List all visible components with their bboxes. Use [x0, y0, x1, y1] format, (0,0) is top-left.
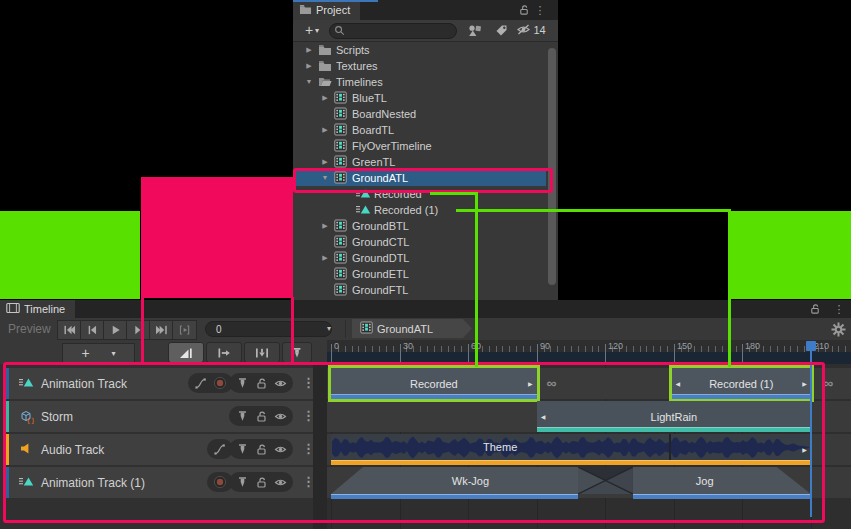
- foldout-arrow-icon[interactable]: ▶: [304, 62, 314, 70]
- kebab-menu-icon[interactable]: ⋮: [533, 3, 547, 17]
- clip-theme[interactable]: Theme▶: [331, 434, 811, 465]
- time-ruler[interactable]: 0306090120150180210: [327, 340, 851, 364]
- pin-toggle[interactable]: [235, 442, 249, 456]
- project-scrollbar[interactable]: [548, 48, 556, 285]
- clip-crossfade[interactable]: [578, 467, 633, 494]
- tab-timeline[interactable]: Timeline: [0, 300, 75, 318]
- hidden-count-toggle[interactable]: 14: [513, 22, 549, 38]
- playhead-handle[interactable]: [806, 341, 816, 351]
- clip-right-arrow-icon[interactable]: ▶: [528, 380, 533, 387]
- preview-toggle[interactable]: Preview: [8, 322, 51, 336]
- clip-label: LightRain: [651, 411, 697, 423]
- eye-toggle[interactable]: [273, 475, 287, 489]
- eye-toggle[interactable]: [273, 376, 287, 390]
- pin-toggle[interactable]: [235, 475, 249, 489]
- tree-item-groundctl[interactable]: GroundCTL: [293, 234, 546, 250]
- track-header-storm[interactable]: {}Storm⋮: [5, 401, 313, 432]
- tree-item-label: BoardNested: [352, 108, 416, 120]
- lock-icon[interactable]: [517, 3, 531, 17]
- search-by-type-icon[interactable]: [465, 22, 485, 38]
- search-by-label-icon[interactable]: [491, 22, 511, 38]
- clip-right-arrow-icon[interactable]: ▶: [802, 380, 807, 387]
- go-to-beginning-button[interactable]: [57, 320, 82, 340]
- replace-mode-button[interactable]: [244, 342, 280, 363]
- breadcrumb[interactable]: GroundATL: [352, 319, 472, 338]
- tree-item-flyovertimeline[interactable]: FlyOverTimeline: [293, 138, 546, 154]
- hold-infinity-icon: ∞: [818, 375, 838, 391]
- foldout-arrow-icon[interactable]: ▼: [304, 78, 314, 85]
- foldout-arrow-icon[interactable]: ▶: [320, 126, 330, 134]
- create-add-button[interactable]: + ▾: [299, 22, 325, 38]
- pin-toggle[interactable]: [235, 409, 249, 423]
- tree-item-grounddtl[interactable]: ▶GroundDTL: [293, 250, 546, 266]
- folder-icon: [318, 43, 332, 57]
- track-header-animation-track-1[interactable]: Animation Track (1)⋮: [5, 467, 313, 498]
- settings-gear-icon[interactable]: [831, 322, 846, 337]
- go-to-end-button[interactable]: [149, 320, 174, 340]
- foldout-arrow-icon[interactable]: ▶: [304, 46, 314, 54]
- record-button[interactable]: [213, 475, 227, 489]
- lock-toggle[interactable]: [254, 442, 268, 456]
- tree-item-groundbtl[interactable]: ▶GroundBTL: [293, 218, 546, 234]
- clip-lightrain[interactable]: LightRain◀: [537, 401, 811, 432]
- marker-toggle-button[interactable]: [282, 342, 312, 363]
- curves-toggle[interactable]: [194, 376, 208, 390]
- clip-left-arrow-icon[interactable]: ◀: [676, 380, 681, 387]
- lock-icon[interactable]: [808, 302, 822, 316]
- record-button[interactable]: [213, 376, 227, 390]
- kebab-menu-icon[interactable]: ⋮: [832, 302, 846, 316]
- tree-item-boardnested[interactable]: BoardNested: [293, 106, 546, 122]
- project-toolbar: + ▾ 14: [293, 20, 558, 42]
- folder-icon: [318, 59, 332, 73]
- tree-item-greentl[interactable]: ▶GreenTL: [293, 154, 546, 170]
- tree-item-textures[interactable]: ▶Textures: [293, 58, 546, 74]
- clip-recorded-1[interactable]: Recorded (1)◀▶: [672, 368, 811, 399]
- tree-item-bluetl[interactable]: ▶BlueTL: [293, 90, 546, 106]
- tree-item-label: Timelines: [336, 76, 383, 88]
- next-frame-button[interactable]: [126, 320, 151, 340]
- tree-item-groundetl[interactable]: GroundETL: [293, 266, 546, 282]
- tree-item-recorded[interactable]: Recorded: [293, 186, 546, 202]
- tab-project[interactable]: Project: [293, 0, 360, 20]
- track-header-animation-track[interactable]: Animation Track⋮: [5, 368, 313, 399]
- foldout-arrow-icon[interactable]: ▶: [320, 158, 330, 166]
- frame-dropdown-icon[interactable]: ▾: [327, 324, 331, 333]
- tree-item-boardtl[interactable]: ▶BoardTL: [293, 122, 546, 138]
- mix-mode-button[interactable]: [168, 342, 204, 363]
- lock-toggle[interactable]: [254, 409, 268, 423]
- tree-item-timelines[interactable]: ▼Timelines: [293, 74, 546, 90]
- foldout-arrow-icon[interactable]: ▶: [320, 222, 330, 230]
- pin-toggle[interactable]: [235, 376, 249, 390]
- project-tab-bar: Project ⋮: [293, 0, 558, 20]
- plus-icon: +: [305, 22, 313, 38]
- tree-item-groundftl[interactable]: GroundFTL: [293, 282, 546, 298]
- tree-item-groundatl[interactable]: ▼GroundATL: [293, 170, 546, 186]
- callout-pink-connector-right: [291, 297, 294, 363]
- curves-toggle[interactable]: [213, 442, 227, 456]
- foldout-arrow-icon[interactable]: ▼: [320, 174, 330, 181]
- track-header-audio-track[interactable]: Audio Track⋮: [5, 434, 313, 465]
- search-input[interactable]: [345, 25, 449, 38]
- tree-item-scripts[interactable]: ▶Scripts: [293, 42, 546, 58]
- lock-toggle[interactable]: [254, 376, 268, 390]
- ruler-major-tick: [400, 344, 401, 364]
- play-range-button[interactable]: [172, 320, 197, 340]
- clip-recorded[interactable]: Recorded▶: [331, 368, 537, 399]
- clip-right-arrow-icon[interactable]: ▶: [802, 446, 807, 453]
- eye-toggle[interactable]: [273, 409, 287, 423]
- hold-infinity-icon: ∞: [542, 375, 562, 391]
- frame-field[interactable]: [205, 321, 332, 337]
- ripple-mode-button[interactable]: [206, 342, 242, 363]
- eye-toggle[interactable]: [273, 442, 287, 456]
- timeline-tab-bar: Timeline ⋮: [0, 300, 851, 318]
- add-track-button[interactable]: + ▾: [62, 343, 135, 363]
- search-field[interactable]: [329, 23, 457, 39]
- foldout-arrow-icon[interactable]: ▶: [320, 254, 330, 262]
- callout-line-recorded1-vertical: [728, 209, 731, 367]
- clip-icon: [356, 203, 370, 217]
- previous-frame-button[interactable]: [80, 320, 105, 340]
- foldout-arrow-icon[interactable]: ▶: [320, 94, 330, 102]
- play-button[interactable]: [103, 320, 128, 340]
- clip-left-arrow-icon[interactable]: ◀: [541, 413, 546, 420]
- lock-toggle[interactable]: [254, 475, 268, 489]
